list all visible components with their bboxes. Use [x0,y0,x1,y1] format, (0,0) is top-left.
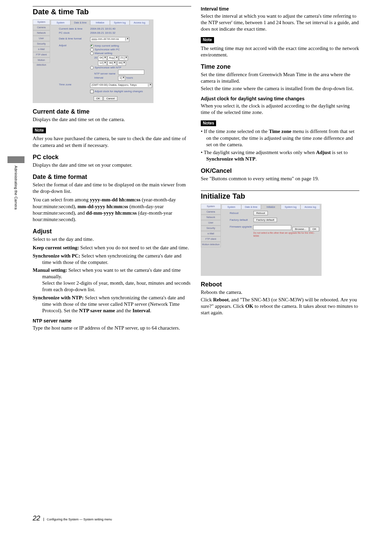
fw-ok-button[interactable]: OK [310,227,319,231]
ntp-name-input[interactable] [118,70,144,74]
firmware-warning: Do not select a file other than an upgra… [253,232,320,238]
tab-system-log[interactable]: System log [110,20,130,25]
lbl-fmt: Date & time format [59,37,90,40]
sidebar-item-security[interactable]: Security [33,41,50,47]
date-time-screenshot: System Camera Network User Security e-Ma… [33,19,153,103]
manual-month[interactable]: Aug [108,56,118,61]
browse-button[interactable]: Browse... [292,227,309,231]
p-reboot1: Reboots the camera. [201,289,359,296]
tab-initialize[interactable]: Initialize [90,20,110,25]
radio-manual[interactable] [90,52,94,55]
p-tz1: Set the time difference from Greenwich M… [201,71,359,84]
notes-label: Notes [201,120,216,126]
tz-select[interactable]: (GMT+09:00) Osaka, Sapporo, Tokyo [90,83,152,88]
sidebar-item-system[interactable]: System [33,19,50,25]
tab-access-log[interactable]: Access log [130,20,149,25]
footer-text: Configuring the System — System setting … [44,518,112,521]
interval-select[interactable]: 1 [118,76,125,81]
manual-sec[interactable]: 00 [117,61,126,66]
sidebar2-item-ftp[interactable]: FTP client [201,236,221,242]
h-timezone: Time zone [201,63,359,71]
shot-sidebar: System Camera Network User Security e-Ma… [33,19,50,103]
p-ntp-name: Type the host name or IP address of the … [33,325,191,331]
opt-manual: Manual setting: Select when you want to … [33,267,191,280]
opt-ntp: Synchronize with NTP: Select when synchr… [33,295,191,314]
sidebar-item-ftp[interactable]: FTP client [33,52,50,57]
lbl-interval: Interval [94,76,118,80]
p-tz2: Select the time zone where the camera is… [201,85,359,92]
radio-ntp[interactable] [90,66,94,69]
p-fmt2: You can select from among yyyy-mm-dd hh:… [33,197,191,223]
tab2-system-log[interactable]: System log [281,204,300,210]
tab2-access-log[interactable]: Access log [300,204,320,210]
h-pc-clock: PC clock [33,153,191,161]
tab-date-time[interactable]: Date & time [70,20,90,25]
p-interval: Select the interval at which you want to… [201,13,359,33]
tab2-date-time[interactable]: Date & time [241,204,261,210]
initialize-screenshot: System Camera Network User Security e-Ma… [201,204,322,276]
lbl-reboot: Reboot [230,212,254,215]
dst-checkbox[interactable] [90,90,94,93]
sidebar-item-camera[interactable]: Camera [33,25,50,30]
firmware-path-input[interactable] [253,225,291,230]
p-okcancel: See "Buttons common to every setting men… [201,176,359,182]
p-pc-clock: Displays the date and time set on your c… [33,162,191,168]
lbl-timezone: Time zone [59,83,90,86]
sidebar2-item-user[interactable]: User [201,220,221,226]
manual-min[interactable]: 00 [108,61,116,66]
lbl-factory: Factory default [230,218,254,222]
sidebar2-item-security[interactable]: Security [201,226,221,231]
sidebar-item-email[interactable]: e-Mail [33,47,50,52]
radio-keep[interactable] [90,44,94,48]
sidebar2-item-network[interactable]: Network [201,215,221,220]
sidebar-item-motion[interactable]: Motion detection [33,57,50,63]
sidebar2-item-camera[interactable]: Camera [201,209,221,215]
notes-list: If the time zone selected on the Time zo… [201,128,359,162]
shot2-sidebar: System Camera Network User Security e-Ma… [201,204,221,276]
manual-hour[interactable]: 12 [98,61,107,66]
p-note2: The setting time may not accord with the… [201,45,359,58]
radio-keep-label: Keep current setting [95,44,119,47]
sidebar-item-network[interactable]: Network [33,30,50,36]
factory-default-button[interactable]: Factory default [254,218,277,222]
fmt-select[interactable]: yyyy-mm-dd hh:mm:ss [90,37,129,42]
reboot-button[interactable]: Reboot [254,211,268,215]
radio-sync-pc[interactable] [90,48,94,51]
interval-unit: hours [126,76,133,79]
sidebar2-item-motion[interactable]: Motion detection [201,242,221,247]
page-number: 22 [33,514,40,522]
ok-button[interactable]: OK [94,96,103,101]
h-interval: Interval time [201,6,359,12]
radio-ntp-label: Synchronize with NTP [95,66,121,69]
shot-main: System Date & time Initialize System log… [50,19,153,103]
note-label-2: Note [201,37,214,43]
tab-system[interactable]: System [51,20,70,25]
initialize-tab-title: Initialize Tab [201,190,359,201]
date-time-tab-title: Date & time Tab [33,6,191,17]
opt-manual-cont: Select the lower 2-digits of year, month… [33,280,191,293]
shot2-main: System Date & time Initialize System log… [221,204,322,276]
radio-sync-pc-label: Synchronize with PC [95,48,120,51]
adjust-options: Keep current setting: Select when you do… [33,245,191,314]
h-reboot: Reboot [201,281,359,288]
chapter-label: Administrating the Camera [14,166,18,210]
tab2-system[interactable]: System [222,204,241,210]
p-note1: After you have purchased the camera, be … [33,135,191,148]
right-column: Interval time Select the interval at whi… [201,6,359,333]
h-ntp-name: NTP server name [33,318,191,324]
cancel-button[interactable]: Cancel [103,96,117,101]
p-dst: When you select it, the clock is adjuste… [201,103,359,116]
tab2-initialize[interactable]: Initialize [261,204,281,210]
manual-year[interactable]: 04 [98,56,107,61]
manual-day[interactable]: 21 [119,56,128,61]
sidebar-item-user[interactable]: User [33,36,50,41]
page-footer: 22 Configuring the System — System setti… [33,514,112,523]
sidebar2-item-email[interactable]: e-Mail [201,231,221,236]
p-adjust: Select to set the day and time. [33,236,191,243]
sidebar2-item-system[interactable]: System [201,204,221,209]
lbl-current-date: Current date & time [59,27,90,31]
h-okcancel: OK/Cancel [201,167,359,175]
p-fmt1: Select the format of date and time to be… [33,182,191,195]
radio-manual-label: Manual setting [95,52,112,55]
p-current-date: Displays the date and time set on the ca… [33,116,191,123]
